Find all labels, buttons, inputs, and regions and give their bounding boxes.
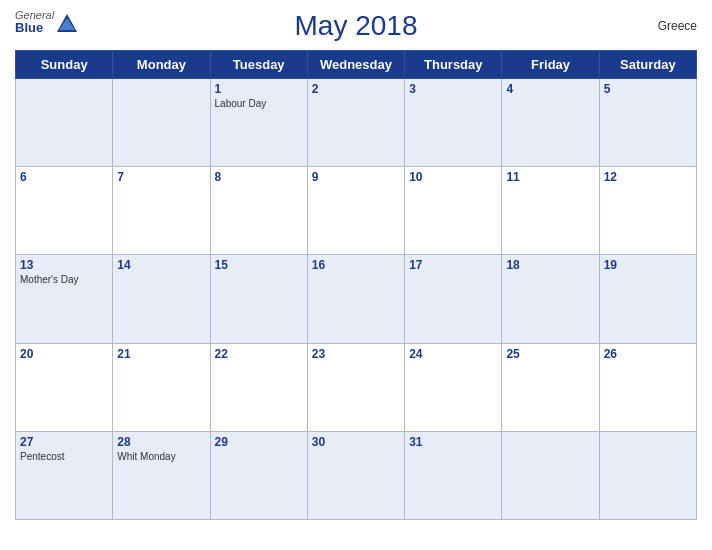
day-number: 23 — [312, 347, 400, 361]
cell-w2-d3: 9 — [307, 167, 404, 255]
day-number: 1 — [215, 82, 303, 96]
cell-w4-d4: 24 — [405, 343, 502, 431]
day-number: 7 — [117, 170, 205, 184]
col-thursday: Thursday — [405, 51, 502, 79]
days-header-row: Sunday Monday Tuesday Wednesday Thursday… — [16, 51, 697, 79]
day-number: 30 — [312, 435, 400, 449]
day-number: 21 — [117, 347, 205, 361]
day-number: 19 — [604, 258, 692, 272]
col-saturday: Saturday — [599, 51, 696, 79]
week-row-4: 20212223242526 — [16, 343, 697, 431]
cell-w4-d6: 26 — [599, 343, 696, 431]
calendar-table: Sunday Monday Tuesday Wednesday Thursday… — [15, 50, 697, 520]
cell-w1-d5: 4 — [502, 79, 599, 167]
cell-w3-d1: 14 — [113, 255, 210, 343]
day-number: 29 — [215, 435, 303, 449]
col-monday: Monday — [113, 51, 210, 79]
calendar-header: General Blue May 2018 Greece — [15, 10, 697, 42]
day-event: Labour Day — [215, 98, 303, 109]
cell-w4-d0: 20 — [16, 343, 113, 431]
cell-w3-d2: 15 — [210, 255, 307, 343]
cell-w5-d2: 29 — [210, 431, 307, 519]
day-number: 24 — [409, 347, 497, 361]
cell-w3-d4: 17 — [405, 255, 502, 343]
cell-w2-d1: 7 — [113, 167, 210, 255]
cell-w5-d1: 28Whit Monday — [113, 431, 210, 519]
logo: General Blue — [15, 10, 78, 34]
cell-w2-d0: 6 — [16, 167, 113, 255]
cell-w5-d4: 31 — [405, 431, 502, 519]
day-number: 2 — [312, 82, 400, 96]
cell-w4-d1: 21 — [113, 343, 210, 431]
col-friday: Friday — [502, 51, 599, 79]
cell-w4-d2: 22 — [210, 343, 307, 431]
cell-w5-d0: 27Pentecost — [16, 431, 113, 519]
cell-w3-d3: 16 — [307, 255, 404, 343]
col-wednesday: Wednesday — [307, 51, 404, 79]
day-number: 27 — [20, 435, 108, 449]
cell-w1-d2: 1Labour Day — [210, 79, 307, 167]
week-row-1: 1Labour Day2345 — [16, 79, 697, 167]
cell-w5-d3: 30 — [307, 431, 404, 519]
day-event: Whit Monday — [117, 451, 205, 462]
cell-w5-d6 — [599, 431, 696, 519]
cell-w1-d0 — [16, 79, 113, 167]
day-number: 22 — [215, 347, 303, 361]
cell-w5-d5 — [502, 431, 599, 519]
day-number: 13 — [20, 258, 108, 272]
day-number: 11 — [506, 170, 594, 184]
day-number: 28 — [117, 435, 205, 449]
svg-marker-1 — [59, 18, 75, 30]
cell-w2-d5: 11 — [502, 167, 599, 255]
day-event: Pentecost — [20, 451, 108, 462]
cell-w1-d3: 2 — [307, 79, 404, 167]
day-number: 15 — [215, 258, 303, 272]
day-number: 25 — [506, 347, 594, 361]
cell-w2-d4: 10 — [405, 167, 502, 255]
col-sunday: Sunday — [16, 51, 113, 79]
day-number: 17 — [409, 258, 497, 272]
day-number: 26 — [604, 347, 692, 361]
day-number: 18 — [506, 258, 594, 272]
cell-w2-d2: 8 — [210, 167, 307, 255]
calendar-title: May 2018 — [295, 10, 418, 42]
logo-triangle-icon — [56, 12, 78, 34]
cell-w1-d6: 5 — [599, 79, 696, 167]
day-number: 20 — [20, 347, 108, 361]
week-row-3: 13Mother's Day141516171819 — [16, 255, 697, 343]
col-tuesday: Tuesday — [210, 51, 307, 79]
day-number: 12 — [604, 170, 692, 184]
day-number: 8 — [215, 170, 303, 184]
day-number: 4 — [506, 82, 594, 96]
day-number: 9 — [312, 170, 400, 184]
day-number: 31 — [409, 435, 497, 449]
country-label: Greece — [658, 19, 697, 33]
week-row-5: 27Pentecost28Whit Monday293031 — [16, 431, 697, 519]
cell-w3-d6: 19 — [599, 255, 696, 343]
cell-w2-d6: 12 — [599, 167, 696, 255]
cell-w4-d5: 25 — [502, 343, 599, 431]
cell-w3-d0: 13Mother's Day — [16, 255, 113, 343]
logo-blue-text: Blue — [15, 21, 54, 34]
day-event: Mother's Day — [20, 274, 108, 285]
cell-w1-d4: 3 — [405, 79, 502, 167]
day-number: 14 — [117, 258, 205, 272]
day-number: 16 — [312, 258, 400, 272]
day-number: 6 — [20, 170, 108, 184]
cell-w1-d1 — [113, 79, 210, 167]
day-number: 3 — [409, 82, 497, 96]
cell-w3-d5: 18 — [502, 255, 599, 343]
week-row-2: 6789101112 — [16, 167, 697, 255]
day-number: 10 — [409, 170, 497, 184]
calendar-container: General Blue May 2018 Greece Sunday Mond… — [0, 0, 712, 550]
day-number: 5 — [604, 82, 692, 96]
cell-w4-d3: 23 — [307, 343, 404, 431]
